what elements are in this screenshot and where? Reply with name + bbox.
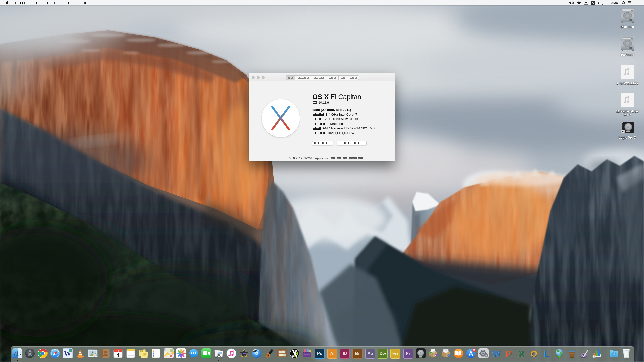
svg-text:q: q xyxy=(448,355,449,357)
svg-text:3D: 3D xyxy=(170,355,172,357)
svg-text:q: q xyxy=(435,355,436,357)
svg-text:27: 27 xyxy=(473,349,475,351)
svg-text:3월: 3월 xyxy=(117,350,119,352)
svg-text:4: 4 xyxy=(117,352,119,358)
